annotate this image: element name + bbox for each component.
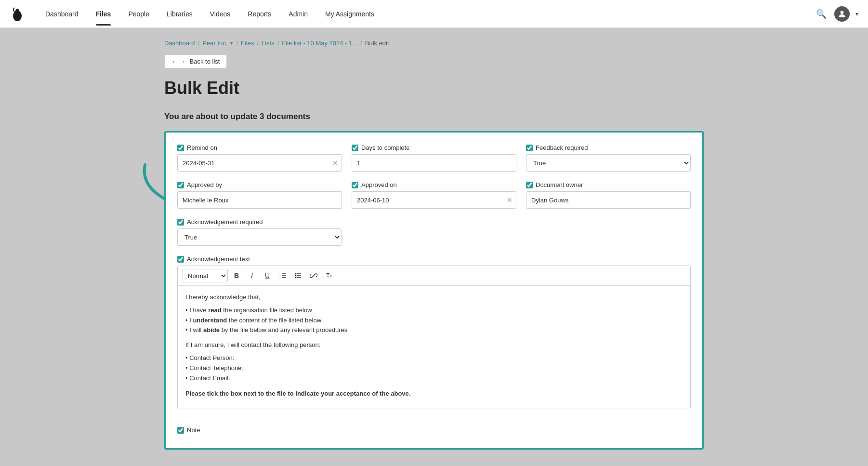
ack-required-label: Acknowledgement required xyxy=(177,218,342,226)
breadcrumb-file-list[interactable]: File list - 10 May 2024 - 1... xyxy=(282,40,357,47)
editor-list-item-1: I have read the organisation file listed… xyxy=(185,306,683,316)
documents-count-subtitle: You are about to update 3 documents xyxy=(164,112,704,121)
form-row-1: Remind on ✕ Days to complete xyxy=(177,144,691,172)
remind-on-label: Remind on xyxy=(177,144,342,151)
editor-contact-person: Contact Person: xyxy=(185,353,683,363)
editor-final-note: Please tick the box next to the file to … xyxy=(185,389,683,399)
ack-required-field: Acknowledgement required True False xyxy=(177,218,342,246)
remind-on-input-wrapper: ✕ xyxy=(177,154,342,172)
breadcrumb-dashboard[interactable]: Dashboard xyxy=(164,40,195,47)
approved-by-label: Approved by xyxy=(177,181,342,188)
unordered-list-button[interactable] xyxy=(291,269,305,282)
nav-videos[interactable]: Videos xyxy=(201,6,239,22)
breadcrumb-pear-inc[interactable]: Pear Inc. xyxy=(202,40,227,47)
nav-reports[interactable]: Reports xyxy=(239,6,280,22)
back-to-list-button[interactable]: ← ← Back to list xyxy=(164,54,227,68)
days-to-complete-checkbox[interactable] xyxy=(352,145,358,151)
svg-point-15 xyxy=(295,277,297,279)
days-to-complete-field: Days to complete xyxy=(352,144,516,172)
ack-required-checkbox[interactable] xyxy=(177,219,184,226)
days-to-complete-input[interactable] xyxy=(352,154,516,172)
breadcrumb-sep-3: / xyxy=(257,40,259,47)
note-section: Note xyxy=(177,419,691,434)
app-logo[interactable] xyxy=(10,6,25,22)
note-label: Note xyxy=(177,426,691,434)
feedback-required-checkbox[interactable] xyxy=(526,145,533,151)
editor-list-item-3: I will abide by the file below and any r… xyxy=(185,325,683,335)
days-to-complete-label: Days to complete xyxy=(352,144,516,151)
remind-on-checkbox[interactable] xyxy=(177,145,184,151)
breadcrumb-files[interactable]: Files xyxy=(241,40,254,47)
approved-by-checkbox[interactable] xyxy=(177,182,184,188)
svg-text:3.: 3. xyxy=(279,276,281,279)
approved-by-field: Approved by xyxy=(177,181,342,209)
bold-button[interactable]: B xyxy=(230,269,243,282)
approved-on-label: Approved on xyxy=(352,181,516,188)
approved-on-checkbox[interactable] xyxy=(352,182,358,188)
remind-on-clear-btn[interactable]: ✕ xyxy=(332,160,338,166)
nav-people[interactable]: People xyxy=(119,6,158,22)
breadcrumb-sep-2: / xyxy=(236,40,238,47)
editor-toolbar: Normal Heading 1 Heading 2 B I U xyxy=(178,266,690,286)
back-icon: ← xyxy=(171,58,178,65)
remind-on-input[interactable] xyxy=(177,154,342,172)
nav-my-assignments[interactable]: My Assignments xyxy=(316,6,383,22)
ordered-list-button[interactable]: 1. 2. 3. xyxy=(276,269,289,282)
rich-text-editor: Normal Heading 1 Heading 2 B I U xyxy=(177,266,691,409)
approved-on-clear-btn[interactable]: ✕ xyxy=(507,197,513,203)
breadcrumb: Dashboard / Pear Inc. ▾ / Files / Lists … xyxy=(164,40,704,47)
link-button[interactable] xyxy=(307,269,320,282)
breadcrumb-sep-1: / xyxy=(198,40,200,47)
navbar: Dashboard Files People Libraries Videos … xyxy=(0,0,868,28)
feedback-required-select[interactable]: True False xyxy=(526,154,691,172)
document-owner-input[interactable] xyxy=(526,191,691,209)
document-owner-label: Document owner xyxy=(526,181,691,188)
form-section: Remind on ✕ Days to complete xyxy=(164,131,704,450)
approved-on-input[interactable] xyxy=(352,191,516,209)
bulk-edit-form: Remind on ✕ Days to complete xyxy=(164,131,704,450)
form-row-3: Acknowledgement required True False xyxy=(177,218,691,246)
clear-format-button[interactable]: Tx xyxy=(322,269,336,282)
document-owner-checkbox[interactable] xyxy=(526,182,533,188)
ack-text-checkbox[interactable] xyxy=(177,256,184,263)
page-title: Bulk Edit xyxy=(164,78,704,98)
ack-text-label: Acknowledgement text xyxy=(177,255,691,263)
breadcrumb-sep-4: / xyxy=(277,40,279,47)
navbar-right: 🔍 ▾ xyxy=(814,6,858,22)
editor-body[interactable]: I hereby acknowledge that, I have read t… xyxy=(178,286,690,409)
svg-point-13 xyxy=(295,273,297,275)
feedback-required-label: Feedback required xyxy=(526,144,691,151)
italic-button[interactable]: I xyxy=(245,269,259,282)
approved-by-input[interactable] xyxy=(177,191,342,209)
editor-conditional: If I am unsure, I will contact the follo… xyxy=(185,340,683,350)
editor-list-item-2: I understand the content of the file lis… xyxy=(185,316,683,326)
nav-files[interactable]: Files xyxy=(87,6,120,22)
ack-text-field: Acknowledgement text Normal Heading 1 He… xyxy=(177,255,691,409)
feedback-required-field: Feedback required True False xyxy=(526,144,691,172)
nav-libraries[interactable]: Libraries xyxy=(158,6,201,22)
editor-contact-telephone: Contact Telephone: xyxy=(185,363,683,373)
document-owner-field: Document owner xyxy=(526,181,691,209)
main-content: Dashboard / Pear Inc. ▾ / Files / Lists … xyxy=(145,28,723,466)
svg-point-1 xyxy=(15,9,19,13)
nav-admin[interactable]: Admin xyxy=(280,6,316,22)
format-select[interactable]: Normal Heading 1 Heading 2 xyxy=(183,269,228,282)
svg-point-2 xyxy=(841,11,844,14)
breadcrumb-dropdown-icon[interactable]: ▾ xyxy=(230,40,233,46)
approved-on-input-wrapper: ✕ xyxy=(352,191,516,209)
breadcrumb-sep-5: / xyxy=(360,40,362,47)
underline-button[interactable]: U xyxy=(261,269,274,282)
nav-dashboard[interactable]: Dashboard xyxy=(37,6,87,22)
nav-items: Dashboard Files People Libraries Videos … xyxy=(37,6,814,22)
breadcrumb-lists[interactable]: Lists xyxy=(262,40,275,47)
user-menu-chevron[interactable]: ▾ xyxy=(855,11,858,17)
search-button[interactable]: 🔍 xyxy=(814,7,829,21)
remind-on-field: Remind on ✕ xyxy=(177,144,342,172)
note-checkbox[interactable] xyxy=(177,427,184,434)
form-row-2: Approved by Approved on ✕ xyxy=(177,181,691,209)
ack-required-select[interactable]: True False xyxy=(177,228,342,246)
approved-on-field: Approved on ✕ xyxy=(352,181,516,209)
user-avatar[interactable] xyxy=(834,6,850,22)
svg-point-14 xyxy=(295,275,297,277)
editor-list: I have read the organisation file listed… xyxy=(185,306,683,335)
